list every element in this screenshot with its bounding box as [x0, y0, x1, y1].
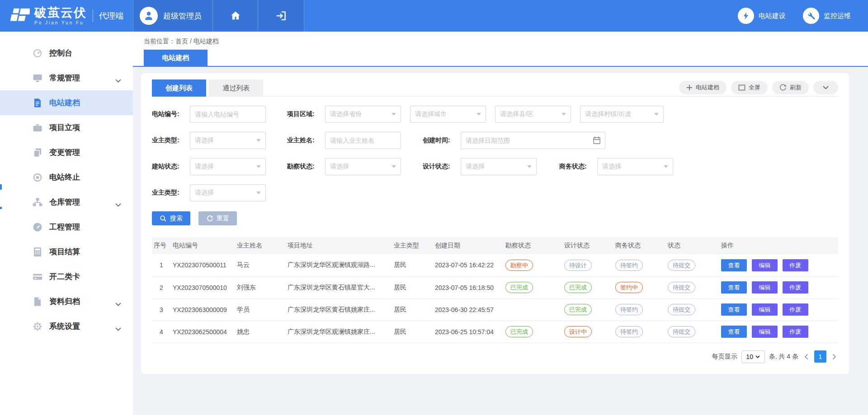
table-row: 4 YX2023062500004 姚忠 广东深圳龙华区观澜镇姚家庄... 居民…	[152, 321, 838, 343]
logout-button[interactable]	[258, 0, 304, 32]
filter-build-status: 建站状态: 请选择	[152, 158, 266, 175]
row-station-code: YX2023063000009	[171, 298, 235, 321]
void-button[interactable]: 作废	[783, 259, 808, 271]
owner-type-select[interactable]: 请选择	[190, 132, 266, 149]
caret-down-icon	[664, 165, 668, 168]
sidebar-item-dashboard[interactable]: 控制台	[0, 41, 133, 65]
chevron-down-icon	[823, 86, 829, 89]
sidebar-item-system-settings[interactable]: 系统设置	[0, 314, 133, 339]
edit-button[interactable]: 编辑	[752, 326, 778, 338]
caret-down-icon	[527, 165, 532, 168]
view-button[interactable]: 查看	[721, 281, 747, 294]
topbar-spacer	[304, 0, 738, 32]
reset-button[interactable]: 重置	[198, 211, 237, 225]
edit-button[interactable]: 编辑	[752, 259, 778, 271]
town-select[interactable]: 请选择村镇/街道	[580, 106, 664, 123]
row-project-address: 广东深圳龙华区黄石镇星官大...	[286, 276, 392, 298]
owner-name-input[interactable]	[325, 132, 401, 149]
row-seq: 2	[152, 276, 171, 298]
tab-create-list[interactable]: 创建列表	[152, 79, 206, 97]
row-station-code: YX2023070500011	[171, 254, 235, 276]
province-select[interactable]: 请选择省份	[325, 106, 401, 123]
tabs-row: 创建列表 通过列表 电站建档 全屏 刷新	[152, 79, 838, 97]
select-placeholder: 请选择省份	[330, 110, 362, 118]
fullscreen-label: 全屏	[749, 84, 760, 92]
caret-down-icon	[392, 113, 396, 116]
chevron-down-icon	[115, 300, 121, 308]
breadcrumb-label: 当前位置：	[144, 37, 175, 45]
refresh-label: 刷新	[790, 84, 802, 92]
nav-station-build[interactable]: 电站建设	[738, 0, 786, 32]
date-range-wrap	[461, 132, 605, 149]
survey-status-badge: 已完成	[505, 282, 533, 293]
collapse-toolbar-button[interactable]	[813, 81, 838, 94]
business-status-badge: 待签约	[615, 326, 643, 337]
portal-label: 代理端	[99, 10, 123, 21]
scroll-indicator[interactable]	[0, 184, 2, 190]
status-badge: 待提交	[668, 260, 695, 271]
owner-type-2-select[interactable]: 请选择	[190, 184, 266, 201]
view-button[interactable]: 查看	[721, 303, 747, 316]
avatar	[140, 7, 158, 25]
view-button[interactable]: 查看	[721, 259, 747, 271]
home-button[interactable]	[213, 0, 258, 32]
sidebar-item-project-initiation[interactable]: 项目立项	[0, 115, 133, 140]
search-button[interactable]: 搜索	[152, 211, 190, 225]
sidebar-item-station-termination[interactable]: 电站终止	[0, 165, 133, 190]
page-number-1[interactable]: 1	[814, 350, 826, 363]
sidebar-item-data-archive[interactable]: 资料归档	[0, 289, 133, 314]
chevron-right-icon	[832, 354, 836, 360]
design-status-select[interactable]: 请选择	[461, 158, 537, 175]
chevron-down-icon	[115, 201, 121, 209]
county-select[interactable]: 请选择县/区	[495, 106, 571, 123]
sidebar-item-label: 资料归档	[49, 296, 80, 307]
brand-text: 破茧云伏 Po Jian Yun Fu	[34, 7, 87, 25]
create-station-button[interactable]: 电站建档	[679, 81, 726, 94]
filter-owner-type: 业主类型: 请选择	[152, 132, 266, 149]
date-range-input[interactable]	[461, 132, 605, 149]
filter-design-status: 设计状态: 请选择	[423, 158, 537, 175]
void-button[interactable]: 作废	[783, 326, 808, 338]
station-code-input[interactable]	[190, 106, 266, 123]
filter-survey-status: 勘察状态: 请选择	[287, 158, 401, 175]
sitemap-icon	[33, 197, 42, 207]
nav-monitor-ops[interactable]: 监控运维	[803, 0, 851, 32]
sidebar-item-open-type2-card[interactable]: 开二类卡	[0, 264, 133, 289]
select-placeholder: 请选择县/区	[500, 110, 533, 118]
view-button[interactable]: 查看	[721, 326, 747, 338]
sidebar-item-change-management[interactable]: 变更管理	[0, 140, 133, 165]
survey-status-select[interactable]: 请选择	[325, 158, 401, 175]
business-status-select[interactable]: 请选择	[597, 158, 673, 175]
caret-down-icon	[392, 165, 396, 168]
tab-passed-list[interactable]: 通过列表	[209, 79, 263, 97]
city-select[interactable]: 请选择城市	[410, 106, 486, 123]
prev-page-button[interactable]	[802, 354, 810, 360]
scroll-indicator[interactable]	[0, 207, 2, 209]
void-button[interactable]: 作废	[783, 303, 808, 316]
filter-label: 设计状态:	[423, 163, 461, 171]
total-count-label: 条, 共 4 条	[769, 353, 798, 361]
caret-down-icon	[755, 355, 760, 358]
sidebar-item-project-settlement[interactable]: 项目结算	[0, 239, 133, 264]
build-status-select[interactable]: 请选择	[190, 158, 266, 175]
sidebar-item-engineering-management[interactable]: 工程管理	[0, 214, 133, 239]
breadcrumb-path[interactable]: 首页 / 电站建档	[175, 37, 219, 45]
refresh-button[interactable]: 刷新	[772, 81, 809, 94]
brand-title: 破茧云伏	[34, 7, 87, 19]
sidebar-item-station-archive[interactable]: 电站建档	[0, 90, 133, 115]
select-placeholder: 请选择村镇/街道	[585, 110, 631, 118]
sidebar-item-general-management[interactable]: 常规管理	[0, 65, 133, 90]
next-page-button[interactable]	[830, 354, 838, 360]
edit-button[interactable]: 编辑	[752, 303, 778, 316]
sidebar-item-warehouse-management[interactable]: 仓库管理	[0, 190, 133, 214]
fullscreen-button[interactable]: 全屏	[731, 81, 768, 94]
row-owner-name: 姚忠	[235, 321, 286, 343]
page-tab-station-archive[interactable]: 电站建档	[144, 50, 208, 66]
user-menu[interactable]: 超级管理员	[133, 0, 213, 32]
filter-create-time: 创建时间:	[423, 132, 605, 149]
sidebar-item-label: 变更管理	[49, 147, 80, 158]
per-page-select[interactable]: 10	[741, 350, 765, 363]
void-button[interactable]: 作废	[783, 281, 808, 294]
design-status-badge: 已完成	[564, 282, 592, 293]
edit-button[interactable]: 编辑	[752, 281, 778, 294]
